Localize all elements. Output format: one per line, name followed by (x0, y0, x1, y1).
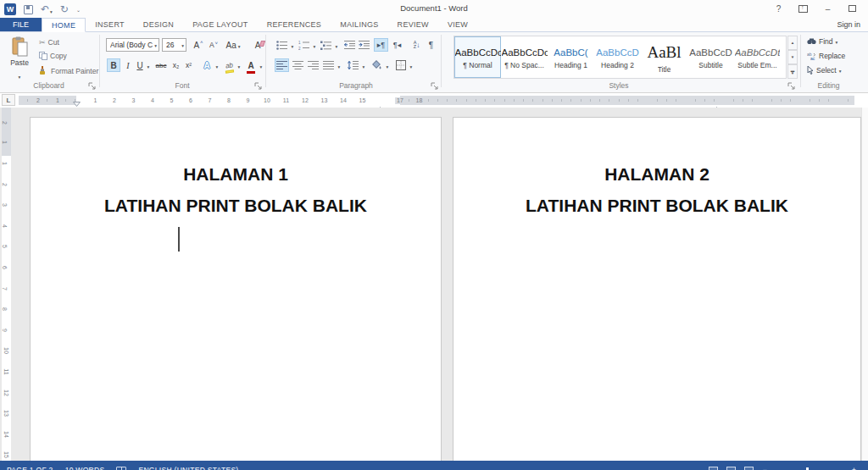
sort-button[interactable]: AZ ↓ (409, 38, 424, 52)
subscript-button[interactable]: x₂ (170, 58, 182, 72)
paste-dropdown-icon[interactable] (19, 67, 21, 82)
dropdown-arrow-icon[interactable] (180, 41, 184, 49)
language-indicator[interactable]: ENGLISH (UNITED STATES) (138, 466, 238, 470)
align-left-button[interactable] (275, 58, 289, 72)
dropdown-arrow-icon[interactable] (50, 2, 53, 17)
clipboard-dialog-launcher[interactable] (88, 82, 96, 90)
minimize-button[interactable]: – (815, 1, 840, 16)
vertical-scrollbar[interactable] (861, 108, 868, 461)
decrease-indent-button[interactable] (342, 38, 356, 52)
underline-dropdown[interactable] (145, 58, 152, 72)
tab-home[interactable]: HOME (42, 18, 86, 32)
font-dialog-launcher[interactable] (254, 82, 262, 90)
tab-page-layout[interactable]: PAGE LAYOUT (183, 18, 257, 31)
style-subtle-emphasis[interactable]: AaBbCcDt Subtle Em... (734, 36, 781, 78)
styles-scroll-up-button[interactable]: ▲ (787, 36, 798, 50)
vertical-ruler[interactable]: 21123456789101112131415 (2, 108, 11, 461)
replace-button[interactable]: abac Replace (807, 52, 845, 60)
shading-dropdown[interactable] (384, 58, 391, 72)
font-color-dropdown[interactable] (258, 58, 264, 72)
redo-icon[interactable]: ↻ (60, 3, 69, 15)
line-spacing-button[interactable] (346, 58, 360, 72)
tab-references[interactable]: REFERENCES (258, 18, 331, 31)
line-spacing-dropdown[interactable] (360, 58, 367, 72)
zoom-slider-thumb[interactable] (806, 467, 809, 470)
superscript-button[interactable]: x² (182, 58, 195, 72)
page-2[interactable]: HALAMAN 2 LATIHAN PRINT BOLAK BALIK (453, 117, 861, 469)
find-button[interactable]: Find (807, 37, 837, 46)
justify-button[interactable] (321, 58, 336, 72)
font-color-button[interactable]: A (244, 58, 258, 72)
underline-button[interactable]: U (134, 58, 146, 72)
tab-design[interactable]: DESIGN (134, 18, 183, 31)
dropdown-arrow-icon[interactable] (153, 41, 157, 49)
show-hide-pilcrow-button[interactable]: ¶ (425, 38, 437, 52)
style-subtitle[interactable]: AaBbCcD Subtitle (687, 36, 734, 78)
tab-review[interactable]: REVIEW (388, 18, 438, 31)
borders-dropdown[interactable] (408, 58, 415, 72)
read-mode-button[interactable] (709, 467, 718, 470)
shading-button[interactable] (370, 58, 384, 72)
tab-mailings[interactable]: MAILINGS (331, 18, 387, 31)
justify-dropdown[interactable] (336, 58, 342, 72)
word-count[interactable]: 10 WORDS (65, 466, 105, 470)
text-effects-dropdown[interactable] (214, 58, 220, 72)
highlight-color-button[interactable]: ab (222, 58, 236, 72)
style-title[interactable]: AaBl Title (641, 36, 687, 78)
zoom-out-button[interactable]: − (762, 466, 766, 470)
customize-qat-icon[interactable]: ⌄ (76, 7, 81, 13)
italic-button[interactable]: I (122, 58, 134, 72)
styles-scroll-down-button[interactable]: ▼ (787, 50, 798, 64)
numbering-dropdown[interactable] (311, 38, 318, 52)
bold-button[interactable]: B (107, 58, 120, 72)
align-right-button[interactable] (306, 58, 320, 72)
format-painter-button[interactable]: Format Painter (39, 66, 98, 75)
save-icon[interactable] (24, 5, 33, 14)
strikethrough-button[interactable]: abc (153, 58, 170, 72)
proofing-status-icon[interactable] (116, 467, 126, 470)
numbering-button[interactable]: 12 (297, 38, 311, 52)
font-size-combobox[interactable]: 26 (162, 38, 186, 52)
styles-more-button[interactable]: ▬▼ (787, 64, 798, 79)
change-case-button[interactable]: Aa (224, 38, 242, 52)
text-effects-button[interactable]: A (200, 58, 214, 72)
rtl-text-direction-button[interactable]: ¶◂ (390, 38, 404, 52)
restore-button[interactable] (840, 1, 865, 16)
styles-dialog-launcher[interactable] (787, 82, 795, 90)
bullets-button[interactable] (275, 38, 289, 52)
style-normal[interactable]: AaBbCcDc ¶ Normal (454, 36, 501, 78)
increase-indent-button[interactable] (357, 38, 370, 52)
style-heading-2[interactable]: AaBbCcD Heading 2 (594, 36, 641, 78)
borders-button[interactable] (393, 58, 408, 72)
ltr-text-direction-button[interactable]: ▸¶ (374, 38, 388, 52)
align-center-button[interactable] (291, 58, 305, 72)
style-heading-1[interactable]: AaBbC( Heading 1 (548, 36, 594, 78)
style-no-spacing[interactable]: AaBbCcDc ¶ No Spac... (501, 36, 548, 78)
web-layout-button[interactable] (744, 467, 754, 470)
copy-button[interactable]: Copy (39, 52, 67, 60)
font-name-combobox[interactable]: Arial (Body CS (106, 38, 159, 52)
print-layout-button[interactable] (726, 467, 736, 470)
page-1[interactable]: HALAMAN 1 LATIHAN PRINT BOLAK BALIK (30, 117, 442, 469)
grow-font-button[interactable]: A˄ (192, 38, 205, 52)
clear-formatting-button[interactable]: A (251, 38, 264, 52)
help-button[interactable]: ? (766, 1, 791, 16)
paste-button[interactable]: Paste (5, 36, 34, 82)
undo-button[interactable]: ↶ (41, 2, 53, 17)
paragraph-dialog-launcher[interactable] (431, 82, 438, 90)
zoom-in-button[interactable]: + (852, 466, 856, 470)
ribbon-display-options-button[interactable] (791, 1, 815, 16)
page-indicator[interactable]: PAGE 1 OF 2 (7, 466, 53, 470)
shrink-font-button[interactable]: A˅ (207, 38, 220, 52)
cut-button[interactable]: ✂ Cut (39, 38, 59, 47)
highlight-dropdown[interactable] (236, 58, 242, 72)
tab-insert[interactable]: INSERT (86, 18, 134, 31)
horizontal-ruler[interactable]: 211234567891011121314151718 (19, 96, 854, 105)
multilevel-list-button[interactable] (319, 38, 333, 52)
tab-view[interactable]: VIEW (438, 18, 477, 31)
sign-in-link[interactable]: Sign in (837, 20, 860, 29)
tab-file[interactable]: FILE (0, 18, 42, 31)
select-button[interactable]: Select (807, 66, 841, 75)
multilevel-dropdown[interactable] (333, 38, 340, 52)
bullets-dropdown[interactable] (289, 38, 296, 52)
